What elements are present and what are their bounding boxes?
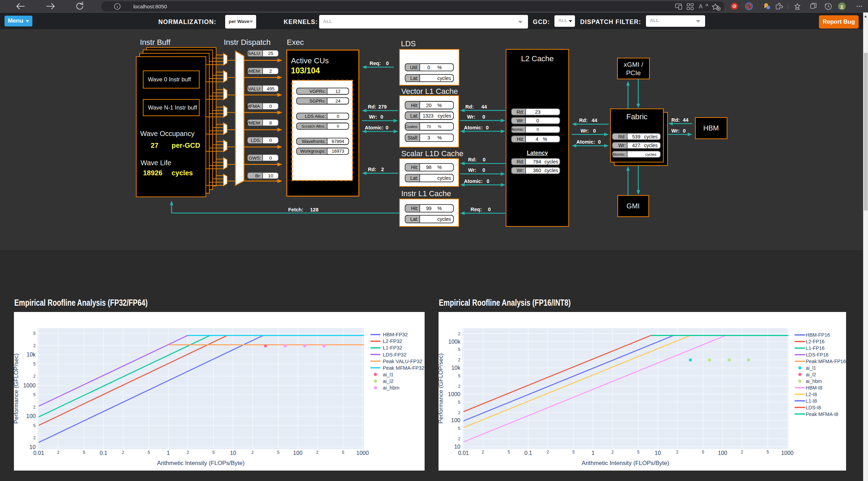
svg-text:cycles: cycles: [644, 134, 658, 139]
svg-text:5: 5: [33, 392, 36, 397]
svg-text:10: 10: [454, 444, 460, 450]
svg-text:Arithmetic Intensity (FLOPs/By: Arithmetic Intensity (FLOPs/Byte): [582, 460, 669, 466]
svg-text:Hit:: Hit:: [411, 103, 418, 108]
svg-text:5: 5: [507, 450, 510, 455]
svg-text:LDS-FP32: LDS-FP32: [383, 352, 407, 358]
svg-text:per-GCD: per-GCD: [172, 142, 200, 149]
svg-text:LDS Alloc:: LDS Alloc:: [305, 114, 326, 119]
svg-text:ai_hbm: ai_hbm: [806, 378, 822, 384]
svg-text:2: 2: [741, 450, 743, 455]
svg-text:Atomic:: Atomic:: [613, 152, 626, 157]
svg-text:98: 98: [426, 165, 432, 170]
svg-text:%: %: [438, 125, 441, 129]
svg-text:Rd:: Rd:: [516, 159, 524, 165]
svg-text:SALU:: SALU:: [247, 51, 261, 56]
svg-text:Peak MFMA-FP16: Peak MFMA-FP16: [806, 359, 846, 364]
svg-text:100k: 100k: [448, 339, 461, 345]
svg-text:cycles: cycles: [437, 75, 451, 81]
svg-text:A: A: [699, 3, 703, 9]
svg-text:Hit:: Hit:: [411, 165, 418, 170]
svg-text:2: 2: [33, 374, 36, 379]
svg-text:Rd:: Rd:: [516, 109, 524, 115]
svg-text:LDS-I8: LDS-I8: [806, 405, 821, 410]
svg-text:0: 0: [483, 157, 486, 162]
svg-text:0: 0: [593, 128, 596, 134]
svg-text:0: 0: [269, 104, 272, 109]
svg-text:5: 5: [148, 450, 150, 455]
svg-text:0: 0: [482, 167, 485, 173]
svg-text:Instr Buff: Instr Buff: [140, 38, 171, 47]
svg-text:2: 2: [57, 450, 60, 455]
svg-text:23: 23: [535, 109, 540, 115]
svg-text:5: 5: [33, 331, 36, 336]
svg-text:VALU:: VALU:: [248, 86, 261, 91]
svg-text:Lat:: Lat:: [410, 113, 418, 119]
svg-text:0: 0: [537, 127, 539, 131]
svg-text:0: 0: [427, 65, 430, 70]
svg-text:GWS:: GWS:: [249, 155, 261, 161]
svg-text:cycles: cycles: [438, 113, 451, 119]
svg-text:cycles: cycles: [644, 143, 658, 148]
svg-text:Req:: Req:: [370, 61, 381, 66]
svg-text:L1-FP32: L1-FP32: [383, 345, 402, 351]
svg-text:Lat:: Lat:: [410, 75, 418, 81]
svg-text:Fetch:: Fetch:: [288, 207, 303, 213]
svg-text:0: 0: [337, 124, 339, 128]
svg-text:Peak MFMA-I8: Peak MFMA-I8: [806, 411, 838, 417]
svg-text:Arithmetic Intensity (FLOPs/By: Arithmetic Intensity (FLOPs/Byte): [157, 460, 244, 466]
svg-text:16973: 16973: [332, 149, 344, 154]
svg-text:10: 10: [230, 450, 236, 456]
svg-text:2: 2: [458, 331, 460, 336]
svg-text:Vector L1 Cache: Vector L1 Cache: [401, 87, 458, 96]
svg-text:0: 0: [386, 61, 389, 66]
svg-text:L1-I8: L1-I8: [806, 398, 817, 404]
svg-text:5: 5: [83, 450, 85, 455]
svg-text:Atomic:: Atomic:: [576, 139, 595, 145]
svg-text:99: 99: [426, 206, 432, 211]
svg-text:794: 794: [533, 159, 541, 165]
svg-text:Lat:: Lat:: [410, 175, 418, 181]
svg-text:2: 2: [316, 450, 318, 455]
svg-text:2: 2: [611, 450, 614, 455]
svg-text:128: 128: [310, 207, 318, 213]
svg-text:Util:: Util:: [410, 65, 418, 70]
svg-text:10: 10: [655, 450, 661, 456]
svg-text:1000: 1000: [356, 450, 369, 456]
svg-text:70: 70: [427, 125, 431, 129]
svg-text:Scratch Alloc:: Scratch Alloc:: [301, 124, 326, 128]
svg-text:Wr:: Wr:: [671, 128, 680, 134]
svg-text:10: 10: [30, 444, 36, 450]
svg-text:VGPRs:: VGPRs:: [309, 89, 326, 94]
svg-text:ai_l2: ai_l2: [383, 378, 394, 384]
svg-text:cycles: cycles: [437, 216, 451, 222]
svg-text:Wave Occupancy: Wave Occupancy: [140, 130, 195, 137]
svg-text:0: 0: [482, 114, 485, 120]
svg-text:LDS-FP16: LDS-FP16: [806, 352, 829, 358]
svg-text:L2-I8: L2-I8: [806, 392, 817, 397]
svg-text:Instr L1 Cache: Instr L1 Cache: [401, 189, 451, 198]
svg-text:MFMA:: MFMA:: [246, 104, 261, 109]
svg-text:0.01: 0.01: [33, 450, 44, 456]
svg-text:0: 0: [269, 155, 272, 161]
svg-text:ai_hbm: ai_hbm: [383, 385, 400, 391]
svg-text:2: 2: [33, 405, 36, 410]
svg-text:Scalar L1D Cache: Scalar L1D Cache: [401, 149, 464, 158]
svg-text:cycles: cycles: [545, 168, 558, 173]
svg-text:44: 44: [683, 117, 688, 123]
svg-text:Atomic:: Atomic:: [464, 125, 483, 130]
svg-text:Wave Life: Wave Life: [141, 159, 171, 167]
svg-text:2: 2: [482, 450, 484, 455]
svg-text:0.1: 0.1: [524, 450, 532, 456]
svg-text:24: 24: [336, 98, 340, 104]
svg-text:5: 5: [212, 450, 215, 455]
svg-text:Hit:: Hit:: [517, 136, 524, 142]
svg-text:1: 1: [167, 450, 170, 456]
svg-text:0: 0: [683, 128, 686, 134]
svg-text:L1-FP16: L1-FP16: [806, 345, 824, 351]
svg-text:Wave 0 Instr buff: Wave 0 Instr buff: [148, 76, 191, 82]
svg-text:5: 5: [277, 450, 279, 455]
svg-text:20: 20: [426, 103, 432, 108]
svg-text:5: 5: [458, 374, 460, 378]
svg-text:0.01: 0.01: [458, 450, 469, 456]
svg-text:3: 3: [427, 135, 430, 141]
